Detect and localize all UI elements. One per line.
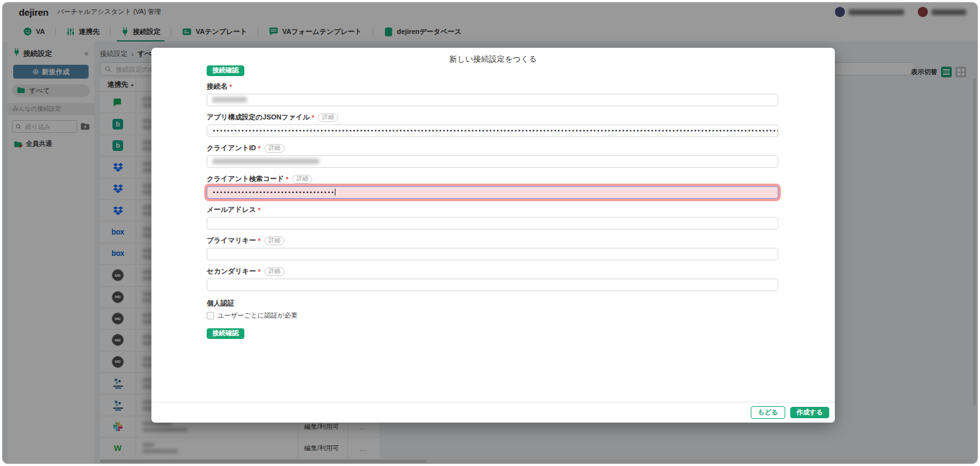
field-label: セカンダリキー xyxy=(207,267,256,276)
クライアントID-input[interactable] xyxy=(207,155,778,168)
modal-footer: もどる 作成する xyxy=(151,402,835,423)
required-asterisk: * xyxy=(229,83,232,91)
modal-field: セカンダリキー * 詳細 xyxy=(207,268,778,291)
create-button[interactable]: 作成する xyxy=(790,407,830,418)
back-button[interactable]: もどる xyxy=(751,406,785,419)
required-asterisk: * xyxy=(258,237,261,245)
field-label: クライアントID xyxy=(207,143,256,153)
field-label: クライアント検索コード xyxy=(207,174,284,184)
クライアント検索コード-input[interactable]: •••••••••••••••••••••••••••••••••• xyxy=(207,186,778,199)
modal-field: クライアントID * 詳細 xyxy=(207,145,778,168)
detail-badge[interactable]: 詳細 xyxy=(264,236,285,245)
screenshot-stage: dejiren バーチャルアシスタント (VA) 管理 VA 連携先 xyxy=(0,0,980,466)
required-asterisk: * xyxy=(286,175,288,183)
personal-auth-label: 個人認証 xyxy=(207,299,778,308)
required-asterisk: * xyxy=(312,114,314,121)
new-connection-modal: 新しい接続設定をつくる 接続確認 接続名 * アプリ構成設定のJSONファイル … xyxy=(151,48,835,423)
field-label: 接続名 xyxy=(207,82,227,91)
detail-badge[interactable]: 詳細 xyxy=(292,175,312,184)
personal-auth-checkbox-row[interactable]: ユーザーごとに認証が必要 xyxy=(207,311,778,320)
modal-field: 接続名 * xyxy=(207,83,778,106)
field-label: アプリ構成設定のJSONファイル xyxy=(207,113,310,122)
checkbox-label: ユーザーごとに認証が必要 xyxy=(217,311,297,320)
modal-body: 接続確認 接続名 * アプリ構成設定のJSONファイル * 詳細 •••••••… xyxy=(207,64,778,339)
detail-badge[interactable]: 詳細 xyxy=(318,113,338,122)
セカンダリキー-input[interactable] xyxy=(207,279,778,291)
modal-field: クライアント検索コード * 詳細 •••••••••••••••••••••••… xyxy=(207,175,778,199)
redacted-value xyxy=(212,97,247,103)
modal-title: 新しい接続設定をつくる xyxy=(151,48,835,65)
modal-field: アプリ構成設定のJSONファイル * 詳細 ••••••••••••••••••… xyxy=(207,114,778,137)
modal-fields: 接続名 * アプリ構成設定のJSONファイル * 詳細 ••••••••••••… xyxy=(207,83,778,291)
redacted-value xyxy=(212,158,319,164)
アプリ構成設定のJSONファイル-input[interactable]: ••••••••••••••••••••••••••••••••••••••••… xyxy=(207,125,778,137)
masked-secret-value: •••••••••••••••••••••••••••••••••• xyxy=(212,189,334,196)
checkbox-unchecked[interactable] xyxy=(207,312,214,319)
required-asterisk: * xyxy=(258,268,261,275)
required-asterisk: * xyxy=(258,145,261,152)
field-label: メールアドレス xyxy=(207,205,256,214)
connect-test-button-top[interactable]: 接続確認 xyxy=(207,65,244,76)
接続名-input[interactable] xyxy=(207,94,778,106)
detail-badge[interactable]: 詳細 xyxy=(264,144,285,153)
メールアドレス-input[interactable] xyxy=(207,217,778,230)
required-asterisk: * xyxy=(258,206,261,214)
connect-test-button-bottom[interactable]: 接続確認 xyxy=(207,328,244,339)
personal-auth-section: 個人認証 ユーザーごとに認証が必要 xyxy=(207,299,778,320)
プライマリキー-input[interactable] xyxy=(207,248,778,260)
text-caret xyxy=(335,189,335,196)
field-label: プライマリキー xyxy=(207,236,256,245)
masked-secret-value: ••••••••••••••••••••••••••••••••••••••••… xyxy=(212,128,778,134)
modal-field: メールアドレス * xyxy=(207,206,778,230)
modal-field: プライマリキー * 詳細 xyxy=(207,237,778,260)
app-window: dejiren バーチャルアシスタント (VA) 管理 VA 連携先 xyxy=(2,2,978,464)
detail-badge[interactable]: 詳細 xyxy=(264,267,285,276)
